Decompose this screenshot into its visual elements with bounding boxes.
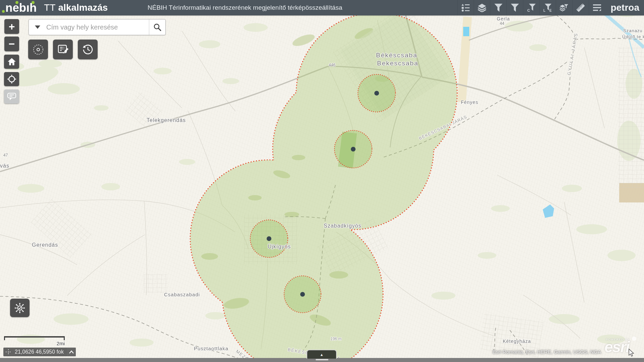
scale-bar [4, 336, 65, 340]
search-icon [153, 23, 162, 32]
svg-text:L: L [543, 9, 545, 12]
esri-logo[interactable]: POWERED BY esri [603, 337, 643, 358]
map-label-gerla: Gerla [497, 16, 510, 21]
map-label-pusztaottlaka: Pusztaottlaka [194, 346, 228, 351]
filter-le-button[interactable]: L E [539, 0, 556, 15]
edit-list-icon [57, 44, 69, 56]
coordinate-capture-button[interactable] [3, 348, 13, 356]
map-label-ujkigyos: Újkígyós [268, 244, 291, 249]
filter-2-icon [511, 3, 519, 12]
username-label[interactable]: petroa [605, 0, 644, 15]
map-label-szanazug: Szanazu [623, 28, 643, 33]
map-label-udulotelek: Üdülő te k [622, 35, 644, 39]
logo-dot-e [15, 1, 18, 4]
layers-icon [477, 3, 487, 12]
filter-2-button[interactable] [506, 0, 523, 15]
app-subtitle: NÉBIH Térinformatikai rendszerének megje… [148, 0, 342, 15]
scale-label: 2mi [50, 341, 65, 346]
minus-icon: − [9, 39, 15, 49]
layer-filter-icon [559, 3, 569, 12]
mouse-cursor-icon [628, 349, 636, 357]
search-box [29, 19, 166, 35]
coordinate-readout: 21,0626 46,5950 fok [13, 349, 67, 355]
map-label-gerendas: Gerendás [32, 242, 58, 248]
road-label-44: 44 [500, 21, 504, 25]
road-label-446: 446 [329, 63, 335, 67]
search-button[interactable] [149, 19, 165, 35]
triangle-up-icon: ▲ [320, 353, 324, 357]
search-input[interactable] [46, 19, 149, 35]
logo-dot-i [32, 1, 35, 4]
coordinate-bar: 21,0626 46,5950 fok [3, 348, 76, 356]
filter-c-button[interactable]: C [523, 0, 539, 15]
buffer-tool-button[interactable] [28, 40, 48, 59]
measure-icon [576, 3, 586, 13]
history-clock-icon [82, 44, 94, 56]
map-label-szabadkigyos: Szabadkígyós [324, 223, 362, 229]
menu-button[interactable] [589, 0, 605, 15]
map-label-csabaszabadi: Csabaszabadi [164, 292, 200, 297]
buffer-circle-icon [32, 44, 44, 56]
map-attribution: Esri Romania, Esri, HERE, Garmin, USGS, … [493, 349, 601, 355]
bottom-panel-tab[interactable]: ▲ [307, 350, 337, 359]
esri-globe-icon [632, 337, 636, 341]
search-source-dropdown[interactable] [29, 25, 46, 29]
map-label-fenyes: Fényes [461, 100, 478, 105]
chevron-down-icon [35, 25, 40, 29]
zoom-out-button[interactable]: − [4, 37, 19, 51]
filter-icon [494, 3, 503, 12]
layers-button[interactable] [474, 0, 490, 15]
home-extent-button[interactable] [4, 55, 19, 69]
settings-gear-button[interactable] [10, 299, 30, 317]
map-label-telekgerendas: Telekgerendás [147, 118, 186, 123]
scale-bar-tick-right [64, 336, 65, 340]
app-title-tt: TT [44, 2, 55, 13]
filter-le-icon: L E [543, 3, 552, 12]
coordinate-expand-button[interactable] [67, 348, 76, 356]
scale-bar-line [4, 336, 65, 338]
speech-bubble-icon [7, 92, 16, 101]
application-window: Békéscsaba Bekescsaba Telekgerendás Gere… [0, 0, 644, 362]
svg-text:C: C [527, 8, 530, 12]
header-bar: nebıh TTalkalmazás NÉBIH Térinformatikai… [0, 0, 644, 15]
road-label-47: 47 [3, 153, 8, 157]
map-label-bekescsaba: Békéscsaba [376, 52, 418, 58]
coordinate-crosshair-icon [5, 349, 11, 355]
filter-button[interactable] [490, 0, 506, 15]
logo-dot-leading [2, 10, 5, 13]
legend-button[interactable] [457, 0, 474, 15]
nebih-logo[interactable]: nebıh [5, 0, 37, 15]
comment-button[interactable] [4, 89, 19, 104]
svg-text:E: E [549, 9, 552, 12]
app-title-name: alkalmazás [58, 2, 108, 13]
scale-bar-tick-left [4, 336, 5, 340]
measure-button[interactable] [572, 0, 589, 15]
app-title: TTalkalmazás [44, 0, 108, 15]
chevron-up-icon [69, 350, 74, 354]
legend-icon [461, 3, 470, 12]
menu-icon [593, 3, 601, 12]
map-label-bekescsaba-2: Bekescsaba [377, 60, 419, 66]
gear-icon [14, 302, 25, 314]
esri-wordmark: esri [604, 339, 629, 355]
home-icon [7, 58, 16, 66]
zoom-in-button[interactable]: + [4, 19, 19, 34]
map-label-vas: vás [0, 163, 9, 169]
map-label-elevation: 196 m [330, 337, 341, 341]
layer-filter-button[interactable] [556, 0, 572, 15]
edit-list-button[interactable] [53, 40, 73, 59]
filter-c-icon: C [527, 3, 536, 12]
plus-icon: + [9, 21, 15, 32]
map-label-ketegyhaza: Kétegyháza [503, 339, 531, 344]
header-toolbar: C L E [457, 0, 644, 15]
locate-me-button[interactable] [4, 72, 19, 86]
crosshair-icon [7, 74, 16, 84]
history-button[interactable] [78, 40, 98, 59]
bottom-panel-handle [316, 359, 328, 360]
